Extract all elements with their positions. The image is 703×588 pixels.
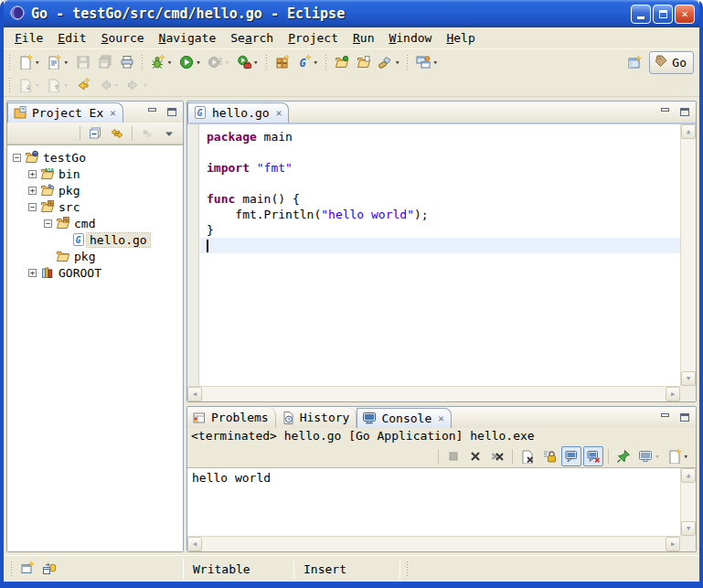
scroll-right-button[interactable]: ▶ [666, 537, 680, 551]
collapse-all-button[interactable] [85, 123, 105, 144]
tree-item-pkg[interactable]: pkg [7, 248, 183, 264]
tree-item-bin[interactable]: +010bin [7, 166, 183, 182]
code-line[interactable]: import "fmt" [200, 160, 680, 176]
synchronize-button[interactable]: ▾ [413, 52, 440, 72]
external-tools-button[interactable]: ▾ [234, 52, 261, 72]
search-button[interactable]: ▾ [376, 52, 402, 72]
tab-project-explorer[interactable]: Project Ex ✕ [7, 102, 123, 123]
tree-item-src[interactable]: −src [7, 198, 183, 215]
show-stdout-button[interactable] [561, 446, 581, 466]
menu-file[interactable]: File [7, 29, 50, 47]
vertical-scrollbar[interactable]: ▲ ▼ [680, 124, 696, 386]
code-line[interactable] [200, 176, 680, 191]
tree-item-hello-go[interactable]: Ghello.go [7, 231, 183, 248]
open-plugin-artifact-button[interactable] [332, 52, 352, 72]
new-go-element-dropdown[interactable]: ▾ [314, 58, 318, 67]
go-perspective-button[interactable]: Go [649, 51, 694, 74]
vertical-scrollbar[interactable]: ▲ ▼ [680, 468, 696, 536]
debug-button[interactable]: ▾ [148, 52, 175, 72]
tab-hello-go[interactable]: G hello.go ✕ [187, 102, 289, 123]
open-resource-button[interactable] [354, 52, 374, 72]
scroll-left-button[interactable]: ◀ [187, 537, 202, 551]
minimize-view-button[interactable] [144, 105, 160, 119]
scroll-left-button[interactable]: ◀ [187, 387, 202, 401]
new-file-wizard-dropdown[interactable]: ▾ [63, 58, 68, 67]
scroll-up-button[interactable]: ▲ [681, 124, 696, 139]
tree-item-goroot[interactable]: +GOROOT [7, 264, 183, 281]
new-go-element-button[interactable]: G▾ [294, 52, 321, 72]
code-line[interactable] [200, 238, 680, 253]
scroll-lock-button[interactable] [539, 446, 559, 466]
scroll-down-button[interactable]: ▼ [681, 371, 696, 386]
maximize-window-button[interactable] [653, 5, 673, 24]
maximize-view-button[interactable] [676, 411, 692, 424]
code-line[interactable]: package main [200, 129, 680, 144]
expand-icon[interactable]: + [28, 170, 37, 178]
new-wizard-button[interactable]: ▾ [16, 52, 42, 72]
menu-window[interactable]: Window [381, 29, 439, 47]
print-button[interactable] [117, 52, 137, 72]
menu-edit[interactable]: Edit [50, 29, 93, 47]
expand-icon[interactable]: + [28, 187, 37, 195]
code-line[interactable]: fmt.Println("hello world"); [200, 207, 680, 222]
code-line[interactable]: func main() { [200, 191, 680, 207]
collapse-icon[interactable]: − [28, 203, 37, 211]
display-selected-console-button[interactable]: ▾ [635, 446, 662, 466]
minimize-view-button[interactable] [657, 105, 673, 119]
open-console-button[interactable]: ▾ [665, 446, 691, 466]
minimize-view-button[interactable] [657, 411, 673, 424]
menu-run[interactable]: Run [346, 29, 381, 47]
tree-item-pkg[interactable]: +pkg [7, 182, 183, 198]
close-icon[interactable]: ✕ [276, 107, 282, 119]
scroll-up-button[interactable]: ▲ [681, 468, 696, 483]
code-line[interactable]: } [200, 222, 680, 238]
horizontal-scrollbar[interactable]: ◀ ▶ [187, 386, 680, 401]
debug-dropdown[interactable]: ▾ [167, 58, 172, 67]
menu-project[interactable]: Project [281, 29, 346, 47]
minimize-window-button[interactable] [631, 5, 651, 24]
new-file-wizard-button[interactable]: ▾ [44, 52, 70, 72]
close-icon[interactable]: ✕ [438, 412, 444, 424]
expand-icon[interactable]: + [28, 269, 37, 277]
tab-console[interactable]: Console✕ [357, 408, 451, 428]
open-console-dropdown[interactable]: ▾ [684, 452, 688, 461]
link-with-editor-button[interactable] [107, 123, 127, 144]
new-go-project-button[interactable] [272, 52, 293, 72]
open-perspective-button[interactable] [624, 53, 644, 73]
external-tools-dropdown[interactable]: ▾ [253, 58, 258, 67]
close-icon[interactable]: ✕ [110, 107, 116, 119]
maximize-view-button[interactable] [164, 105, 179, 119]
horizontal-scrollbar[interactable]: ◀ ▶ [187, 536, 680, 551]
view-menu-button[interactable] [159, 123, 179, 144]
pin-console-button[interactable] [613, 446, 634, 466]
remove-all-terminated-button[interactable] [487, 446, 507, 466]
console-output[interactable]: hello world [187, 468, 680, 536]
show-view-trim-button[interactable] [39, 559, 59, 579]
menu-help[interactable]: Help [439, 29, 482, 47]
maximize-view-button[interactable] [676, 105, 692, 119]
scroll-right-button[interactable]: ▶ [666, 387, 680, 401]
menu-search[interactable]: Search [223, 29, 281, 47]
last-edit-location-button[interactable] [73, 75, 93, 95]
synchronize-dropdown[interactable]: ▾ [432, 58, 437, 67]
close-window-button[interactable]: ✕ [675, 5, 695, 24]
annotation-ruler[interactable] [187, 124, 199, 386]
code-editor[interactable]: package mainimport "fmt"func main() { fm… [200, 124, 680, 386]
tab-problems[interactable]: Problems [187, 408, 276, 428]
remove-launch-button[interactable] [465, 446, 485, 466]
menu-source[interactable]: Source [94, 29, 152, 47]
code-line[interactable] [200, 144, 680, 160]
tree-item-cmd[interactable]: −cmd [7, 215, 183, 231]
run-dropdown[interactable]: ▾ [196, 58, 200, 67]
scroll-down-button[interactable]: ▼ [681, 521, 696, 536]
search-dropdown[interactable]: ▾ [395, 58, 399, 67]
clear-console-button[interactable] [517, 446, 538, 466]
menu-navigate[interactable]: Navigate [152, 29, 224, 47]
project-tree[interactable]: −testGo+010bin+pkg−src−cmdGhello.gopkg+G… [7, 144, 183, 551]
fast-view-button[interactable] [17, 559, 37, 579]
show-stderr-button[interactable] [583, 446, 603, 466]
tab-history[interactable]: History [276, 408, 357, 428]
collapse-icon[interactable]: − [44, 219, 52, 228]
tree-item-testgo[interactable]: −testGo [7, 149, 183, 166]
collapse-icon[interactable]: − [13, 154, 21, 162]
